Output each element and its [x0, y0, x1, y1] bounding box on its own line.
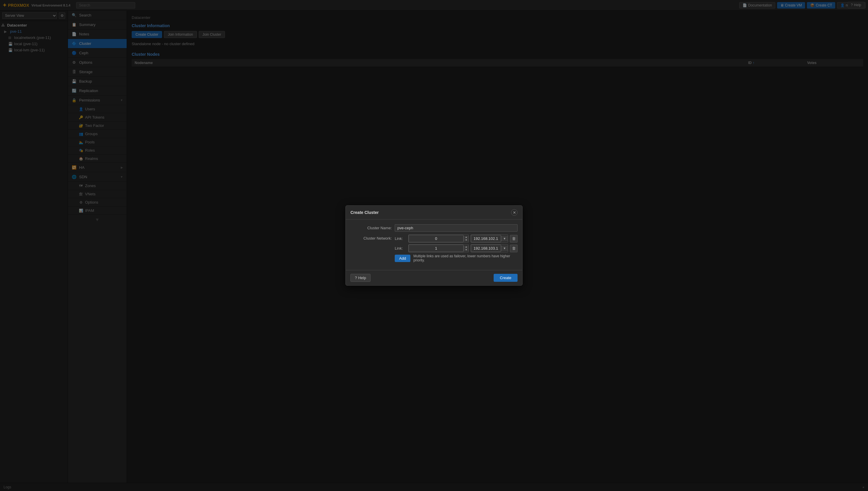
link-ip-input-0[interactable] [471, 235, 501, 242]
help-icon-modal: ? [355, 276, 357, 280]
link-num-input-0[interactable] [409, 235, 464, 242]
link-ip-dropdown-1[interactable]: ▼ [501, 246, 508, 251]
modal-header: Create Cluster ✕ [346, 206, 522, 220]
link-num-container-0: ▲ ▼ [408, 235, 469, 242]
link-num-down-1[interactable]: ▼ [464, 249, 469, 252]
link-num-up-0[interactable]: ▲ [464, 236, 469, 239]
link-ip-dropdown-0[interactable]: ▼ [501, 236, 508, 241]
modal-body: Cluster Name: Cluster Network: Link: ▲ [346, 220, 522, 270]
cluster-name-label: Cluster Name: [351, 224, 392, 230]
link-ip-container-0: ▼ [471, 235, 508, 242]
link-num-arrows-0: ▲ ▼ [464, 236, 469, 242]
link-row-0: Link: ▲ ▼ ▼ 🗑 [395, 235, 517, 242]
add-link-button[interactable]: Add [395, 255, 410, 262]
link-num-down-0[interactable]: ▼ [464, 239, 469, 242]
link-row-1: Link: ▲ ▼ ▼ 🗑 [395, 244, 517, 252]
link-label-1: Link: [395, 246, 407, 251]
link-ip-input-1[interactable] [471, 244, 501, 252]
link-label-0: Link: [395, 236, 407, 241]
modal-create-button[interactable]: Create [494, 274, 517, 282]
modal-footer: ? Help Create [346, 270, 522, 285]
cluster-network-row: Cluster Network: Link: ▲ ▼ [351, 235, 517, 262]
link-hint-text: Multiple links are used as failover, low… [413, 254, 517, 262]
link-num-container-1: ▲ ▼ [408, 244, 469, 252]
link-delete-button-1[interactable]: 🗑 [510, 244, 517, 252]
cluster-network-links: Link: ▲ ▼ ▼ 🗑 [395, 235, 517, 262]
add-link-row: Add Multiple links are used as failover,… [395, 254, 517, 262]
create-cluster-modal: Create Cluster ✕ Cluster Name: Cluster N… [345, 205, 523, 286]
link-num-input-1[interactable] [409, 244, 464, 252]
cluster-name-field [395, 224, 517, 232]
modal-help-button[interactable]: ? Help [351, 274, 370, 282]
link-num-up-1[interactable]: ▲ [464, 246, 469, 249]
cluster-name-input[interactable] [395, 224, 517, 232]
cluster-name-row: Cluster Name: [351, 224, 517, 232]
modal-close-button[interactable]: ✕ [511, 209, 517, 216]
modal-title: Create Cluster [351, 210, 379, 215]
link-delete-button-0[interactable]: 🗑 [510, 235, 517, 242]
link-num-arrows-1: ▲ ▼ [464, 246, 469, 252]
cluster-network-label: Cluster Network: [351, 235, 392, 240]
modal-overlay: Create Cluster ✕ Cluster Name: Cluster N… [0, 0, 868, 491]
link-ip-container-1: ▼ [471, 244, 508, 252]
